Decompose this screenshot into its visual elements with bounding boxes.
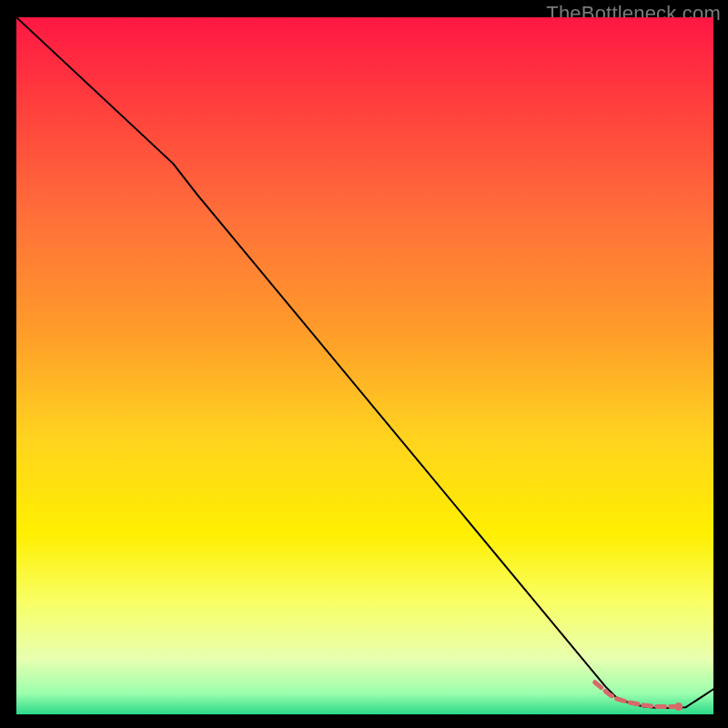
chart-frame: TheBottleneck.com xyxy=(0,0,728,728)
point-end-dot xyxy=(674,703,682,711)
plot-area xyxy=(16,17,713,714)
chart-svg xyxy=(16,17,713,714)
gradient-background xyxy=(16,17,713,714)
